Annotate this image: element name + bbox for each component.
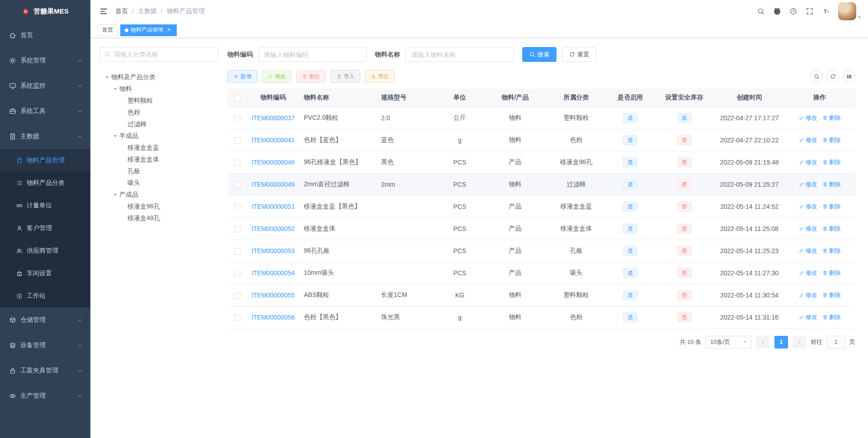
tree-node[interactable]: 移液盒盒盖	[99, 142, 218, 154]
tree-node[interactable]: 过滤棉	[99, 118, 218, 130]
github-button[interactable]	[770, 2, 784, 20]
sidebar-subitem-workshop-settings[interactable]: 车间设置	[0, 262, 90, 285]
edit-link[interactable]: 修改	[799, 269, 817, 277]
breadcrumb-home[interactable]: 首页	[115, 7, 128, 15]
row-checkbox[interactable]	[234, 137, 241, 144]
row-checkbox[interactable]	[234, 226, 241, 232]
delete-link[interactable]: 删除	[822, 291, 841, 299]
edit-link[interactable]: 修改	[799, 136, 817, 144]
sidebar-subitem-supplier-management[interactable]: 供应商管理	[0, 240, 90, 262]
material-code-link[interactable]: ITEM00000056	[251, 314, 295, 321]
user-menu[interactable]	[838, 2, 862, 20]
import-button[interactable]: 导入	[330, 70, 360, 83]
delete-link[interactable]: 删除	[822, 180, 841, 188]
edit-link[interactable]: 修改	[799, 291, 817, 299]
goto-page-input[interactable]	[827, 336, 845, 349]
tree-node[interactable]: 移液盒48孔	[99, 212, 218, 224]
row-checkbox[interactable]	[234, 248, 241, 254]
material-code-link[interactable]: ITEM00000053	[251, 247, 295, 254]
material-code-link[interactable]: ITEM00000051	[251, 203, 295, 210]
sidebar-item-system-tools[interactable]: 系统工具	[0, 99, 90, 124]
sidebar-subitem-material-product-category[interactable]: 物料产品分类	[0, 172, 90, 194]
sidebar-item-tooling-fixture-management[interactable]: 工装夹具管理	[0, 358, 90, 383]
help-button[interactable]	[787, 2, 800, 20]
page-size-select[interactable]: 10条/页	[706, 336, 752, 349]
app-logo[interactable]: 苦糖果MES	[0, 0, 90, 23]
hamburger-button[interactable]	[97, 5, 110, 18]
material-code-link[interactable]: ITEM00000055	[251, 292, 295, 299]
refresh-table-button[interactable]	[826, 70, 839, 83]
sidebar-item-warehouse-management[interactable]: 仓储管理	[0, 307, 90, 333]
tree-node[interactable]: 孔板	[99, 165, 218, 177]
sidebar-item-home[interactable]: 首页	[0, 23, 90, 48]
fullscreen-button[interactable]	[803, 2, 816, 20]
column-settings-button[interactable]	[843, 70, 855, 83]
sidebar-item-system-monitor[interactable]: 系统监控	[0, 73, 90, 99]
search-button[interactable]: 搜索	[522, 47, 557, 62]
material-code-link[interactable]: ITEM00000052	[251, 225, 295, 232]
edit-link[interactable]: 修改	[799, 203, 817, 211]
tree-node[interactable]: 产成品	[99, 189, 218, 201]
sidebar-subitem-material-product-management[interactable]: 物料产品管理	[0, 149, 90, 172]
edit-link[interactable]: 修改	[799, 247, 817, 255]
font-size-button[interactable]	[819, 2, 833, 20]
tree-node[interactable]: 塑料颗粒	[99, 95, 218, 107]
edit-link[interactable]: 修改	[799, 225, 817, 233]
close-icon[interactable]: ×	[165, 27, 172, 33]
row-checkbox[interactable]	[234, 315, 241, 321]
tree-node[interactable]: 移液盒96孔	[99, 201, 218, 212]
delete-link[interactable]: 删除	[822, 203, 841, 211]
tab-home[interactable]: 首页	[98, 24, 118, 36]
prev-page-button[interactable]	[756, 336, 770, 349]
sidebar-subitem-customer-management[interactable]: 客户管理	[0, 217, 90, 240]
sidebar-item-production-management[interactable]: 生产管理	[0, 383, 90, 409]
edit-link[interactable]: 修改	[799, 313, 817, 321]
select-all-checkbox[interactable]	[234, 95, 241, 101]
category-search-input[interactable]	[114, 51, 213, 58]
tree-node[interactable]: 吸头	[99, 177, 218, 189]
row-checkbox[interactable]	[234, 270, 241, 277]
row-checkbox[interactable]	[234, 292, 241, 299]
delete-link[interactable]: 删除	[822, 158, 841, 166]
delete-button[interactable]: 删除	[296, 70, 326, 83]
material-code-link[interactable]: ITEM00000046	[251, 159, 295, 166]
tab-material-product-management[interactable]: 物料产品管理×	[120, 24, 177, 36]
row-checkbox[interactable]	[234, 160, 241, 166]
edit-link[interactable]: 修改	[799, 158, 817, 166]
delete-link[interactable]: 删除	[822, 313, 841, 321]
reset-button[interactable]: 重置	[562, 47, 596, 62]
delete-link[interactable]: 删除	[822, 114, 841, 122]
sidebar-item-system-management[interactable]: 系统管理	[0, 48, 90, 73]
page-number-1[interactable]: 1	[774, 336, 788, 349]
tree-node[interactable]: 半成品	[99, 130, 218, 142]
material-code-link[interactable]: ITEM00000049	[251, 181, 295, 188]
toggle-search-button[interactable]	[810, 70, 823, 83]
breadcrumb-master-data[interactable]: 主数据	[138, 7, 157, 15]
export-button[interactable]: 导出	[365, 70, 395, 83]
add-button[interactable]: 新增	[227, 70, 257, 83]
material-code-link[interactable]: ITEM00000041	[251, 137, 295, 144]
tree-node[interactable]: 物料及产品分类	[99, 71, 218, 83]
next-page-button[interactable]	[793, 336, 806, 349]
material-code-link[interactable]: ITEM00000054	[251, 269, 295, 277]
tree-node[interactable]: 色粉	[99, 107, 218, 118]
sidebar-item-equipment-management[interactable]: 设备管理	[0, 333, 90, 358]
material-name-input[interactable]	[406, 47, 514, 62]
edit-link[interactable]: 修改	[799, 114, 817, 122]
header-search-button[interactable]	[754, 2, 768, 20]
sidebar-item-master-data[interactable]: 主数据	[0, 124, 90, 149]
row-checkbox[interactable]	[234, 182, 241, 188]
delete-link[interactable]: 删除	[822, 269, 841, 277]
material-code-link[interactable]: ITEM00000037	[251, 114, 295, 122]
tree-node[interactable]: 移液盒盒体	[99, 154, 218, 165]
delete-link[interactable]: 删除	[822, 247, 841, 255]
row-checkbox[interactable]	[234, 204, 241, 210]
edit-button[interactable]: 修改	[262, 70, 292, 83]
edit-link[interactable]: 修改	[799, 180, 817, 188]
row-checkbox[interactable]	[234, 115, 241, 122]
tree-node[interactable]: 物料	[99, 83, 218, 95]
delete-link[interactable]: 删除	[822, 136, 841, 144]
material-code-input[interactable]	[258, 47, 367, 62]
sidebar-subitem-measure-unit[interactable]: 计量单位	[0, 194, 90, 217]
sidebar-subitem-workstation[interactable]: 工作站	[0, 285, 90, 307]
